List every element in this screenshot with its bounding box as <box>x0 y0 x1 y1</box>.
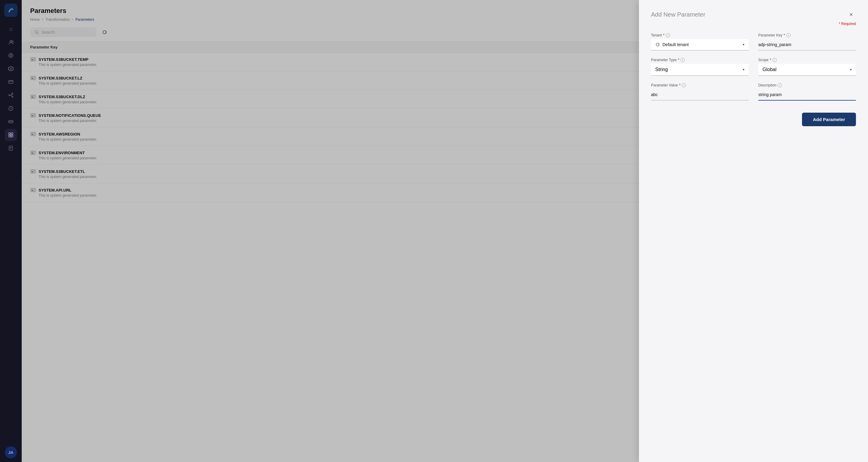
add-parameter-button[interactable]: Add Parameter <box>802 113 856 126</box>
description-info-icon[interactable]: i <box>778 83 782 87</box>
parameter-key-info-icon[interactable]: i <box>786 33 790 37</box>
required-note: * Required <box>651 22 856 26</box>
modal-header: Add New Parameter × <box>651 10 856 19</box>
form-actions: Add Parameter <box>651 113 856 126</box>
parameter-value-label: Parameter Value * i <box>651 83 749 87</box>
tenant-chevron-icon: ▾ <box>743 42 744 47</box>
description-field-group: Description i <box>758 83 856 101</box>
parameter-value-info-icon[interactable]: i <box>682 83 686 87</box>
tenant-info-icon[interactable]: i <box>666 33 670 37</box>
modal-overlay: Add New Parameter × * Required Tenant * … <box>0 0 868 462</box>
scope-field-group: Scope * i Global ▾ <box>758 58 856 76</box>
modal-form: Tenant * i Default tenant ▾ Parameter Ke… <box>651 33 856 101</box>
parameter-key-field-group: Parameter Key * i <box>758 33 856 51</box>
tenant-label: Tenant * i <box>651 33 749 37</box>
scope-select[interactable]: Global ▾ <box>758 64 856 76</box>
modal-title: Add New Parameter <box>651 11 705 18</box>
modal-panel: Add New Parameter × * Required Tenant * … <box>639 0 868 462</box>
scope-chevron-icon: ▾ <box>850 67 852 72</box>
parameter-type-info-icon[interactable]: i <box>681 58 685 62</box>
description-input[interactable] <box>758 89 856 101</box>
tenant-sync-icon <box>655 42 660 47</box>
description-label: Description i <box>758 83 856 87</box>
parameter-type-select[interactable]: String ▾ <box>651 64 749 76</box>
parameter-type-label: Parameter Type * i <box>651 58 749 62</box>
parameter-value-input[interactable] <box>651 89 749 101</box>
scope-label: Scope * i <box>758 58 856 62</box>
close-button[interactable]: × <box>846 10 856 19</box>
parameter-type-field-group: Parameter Type * i String ▾ <box>651 58 749 76</box>
parameter-value-field-group: Parameter Value * i <box>651 83 749 101</box>
parameter-key-input[interactable] <box>758 39 856 51</box>
overlay-background[interactable] <box>0 0 639 462</box>
scope-info-icon[interactable]: i <box>772 58 777 62</box>
parameter-type-chevron-icon: ▾ <box>743 67 744 72</box>
tenant-field-group: Tenant * i Default tenant ▾ <box>651 33 749 51</box>
parameter-key-label: Parameter Key * i <box>758 33 856 37</box>
tenant-select[interactable]: Default tenant ▾ <box>651 39 749 51</box>
